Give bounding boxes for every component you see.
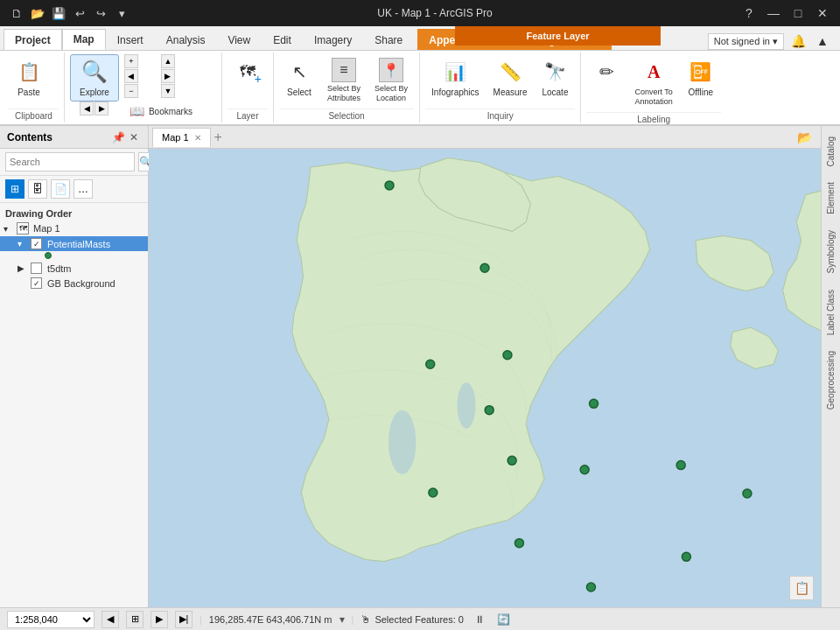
map-tab-label: Map 1: [162, 132, 189, 143]
list-by-drawing-button[interactable]: 📄: [51, 179, 70, 199]
catalog-tab[interactable]: Catalog: [823, 130, 838, 173]
gb-background-checkbox[interactable]: [31, 277, 42, 289]
list-by-source-button[interactable]: 🗄: [28, 179, 47, 199]
tab-edit[interactable]: Edit: [262, 29, 303, 50]
close-button[interactable]: ✕: [812, 4, 833, 22]
status-nav-right-button[interactable]: ▶: [150, 611, 168, 628]
label-class-tab[interactable]: Label Class: [823, 283, 838, 342]
notification-button[interactable]: 🔔: [788, 32, 808, 50]
select-button[interactable]: ↖ Select: [279, 54, 319, 103]
catalog-panel-button[interactable]: 📂: [792, 129, 817, 146]
map-tabs: Map 1 ✕ + 📂: [149, 126, 821, 149]
measure-icon: 📏: [496, 58, 524, 86]
offline-button[interactable]: 📴 Offline: [681, 54, 721, 103]
potentialmasts-checkbox[interactable]: [31, 238, 42, 249]
map1-expand-icon[interactable]: ▾: [4, 224, 14, 234]
maximize-button[interactable]: □: [788, 4, 808, 22]
map-tab-map1[interactable]: Map 1 ✕: [152, 128, 211, 147]
locate-button[interactable]: 🔭 Locate: [535, 54, 575, 103]
map-canvas[interactable]: 📋: [149, 149, 821, 607]
map-tab-close-button[interactable]: ✕: [194, 133, 201, 143]
tab-map[interactable]: Map: [62, 29, 106, 50]
status-nav-grid-button[interactable]: ⊞: [126, 611, 144, 628]
map-legend-button[interactable]: 📋: [789, 576, 814, 600]
status-nav-left-button[interactable]: ◀: [102, 611, 119, 628]
offline-icon: 📴: [687, 58, 715, 86]
convert-to-annotation-label: Convert ToAnnotation: [634, 88, 672, 107]
select-by-location-button[interactable]: 📍 Select ByLocation: [368, 54, 414, 107]
fixed-zoom-in-button[interactable]: +: [124, 54, 138, 68]
back-button[interactable]: ◀: [80, 102, 94, 116]
tab-insert[interactable]: Insert: [106, 29, 155, 50]
potentialmasts-label: PotentialMasts: [47, 239, 110, 249]
t5dtm-checkbox[interactable]: [31, 262, 42, 274]
undo-button[interactable]: ↩: [70, 4, 89, 23]
contents-close-button[interactable]: ✕: [127, 130, 141, 144]
tab-project[interactable]: Project: [4, 29, 62, 50]
explore-label: Explore: [80, 88, 109, 98]
redo-button[interactable]: ↪: [91, 4, 110, 23]
not-signed-in-label[interactable]: Not signed in ▾: [708, 33, 784, 50]
bookmarks-button[interactable]: 📖 Bookmarks: [124, 100, 197, 122]
explore-button[interactable]: 🔍 Explore: [70, 54, 119, 102]
fixed-zoom-out-button[interactable]: −: [124, 84, 138, 98]
contents-view-buttons: ⊞ 🗄 📄 …: [0, 176, 148, 203]
t5dtm-expand-icon[interactable]: ▶: [18, 263, 28, 273]
new-map-tab-button[interactable]: +: [214, 130, 222, 145]
text-icon: ✏: [592, 58, 620, 86]
contents-pin-button[interactable]: 📌: [111, 130, 125, 144]
tab-view[interactable]: View: [216, 29, 262, 50]
map1-label: Map 1: [33, 223, 60, 234]
pan-up-button[interactable]: ▲: [161, 54, 175, 68]
convert-to-annotation-button[interactable]: A Convert ToAnnotation: [628, 54, 678, 110]
more-view-button[interactable]: …: [74, 179, 93, 199]
contents-search-input[interactable]: [5, 152, 135, 172]
pan-right-button[interactable]: ▶: [161, 69, 175, 83]
map-svg: [149, 149, 821, 607]
ribbon-tabs-right: Not signed in ▾ 🔔 ▲: [708, 32, 840, 50]
window-controls: ? — □ ✕: [738, 4, 833, 22]
open-button[interactable]: 📂: [28, 4, 47, 23]
new-file-button[interactable]: 🗋: [7, 4, 26, 23]
labeling-content: ✏ A Convert ToAnnotation 📴 Offline: [586, 54, 720, 110]
select-label: Select: [287, 88, 312, 98]
collapse-ribbon-button[interactable]: ▲: [812, 32, 833, 50]
element-tab[interactable]: Element: [823, 175, 838, 221]
status-refresh-button[interactable]: 🔄: [495, 611, 513, 628]
select-by-attributes-icon: ≡: [332, 58, 356, 82]
geoprocessing-tab[interactable]: Geoprocessing: [823, 344, 838, 416]
potentialmasts-expand-icon[interactable]: ▾: [18, 239, 28, 248]
tree-item-map1[interactable]: ▾ 🗺 Map 1: [0, 220, 148, 236]
symbology-tab[interactable]: Symbology: [823, 223, 838, 280]
paste-button[interactable]: 📋 Paste: [9, 54, 49, 103]
add-data-button[interactable]: 🗺 +: [228, 54, 268, 103]
status-nav-end-button[interactable]: ▶|: [175, 611, 192, 628]
text-button[interactable]: ✏: [586, 54, 626, 103]
infographics-button[interactable]: 📊 Infographics: [425, 54, 485, 103]
tree-item-potentialmasts[interactable]: ▾ PotentialMasts: [0, 236, 148, 251]
save-button[interactable]: 💾: [49, 4, 68, 23]
scale-selector[interactable]: 1:258,040: [7, 611, 94, 628]
measure-button[interactable]: 📏 Measure: [487, 54, 534, 103]
drawing-order-button[interactable]: ⊞: [5, 179, 24, 199]
main-area: Contents 📌 ✕ 🔍 ⊞ 🗄 📄 … Drawing Order ▾ 🗺: [0, 126, 840, 607]
tree-item-gb-background[interactable]: ▶ GB Background: [0, 276, 148, 290]
pan-down-button[interactable]: ▼: [161, 84, 175, 98]
status-sep-1: |: [200, 614, 202, 625]
coordinates-dropdown-button[interactable]: ▾: [340, 613, 345, 626]
minimize-button[interactable]: —: [763, 4, 784, 22]
select-by-location-label: Select ByLocation: [374, 84, 408, 103]
customize-button[interactable]: ▾: [112, 4, 131, 23]
tab-share[interactable]: Share: [363, 29, 414, 50]
select-by-attributes-button[interactable]: ≡ Select ByAttributes: [321, 54, 367, 107]
tree-item-t5dtm[interactable]: ▶ t5dtm: [0, 261, 148, 276]
status-pause-button[interactable]: ⏸: [471, 611, 488, 628]
tab-analysis[interactable]: Analysis: [155, 29, 217, 50]
forward-button[interactable]: ▶: [94, 102, 108, 116]
catalog-icon[interactable]: 📂: [792, 129, 817, 146]
selected-features-display: 🖱 Selected Features: 0: [360, 613, 464, 626]
tab-imagery[interactable]: Imagery: [303, 29, 363, 50]
help-button[interactable]: ?: [738, 4, 760, 22]
pan-left-button[interactable]: ◀: [124, 69, 138, 83]
inquiry-label: Inquiry: [425, 108, 575, 121]
